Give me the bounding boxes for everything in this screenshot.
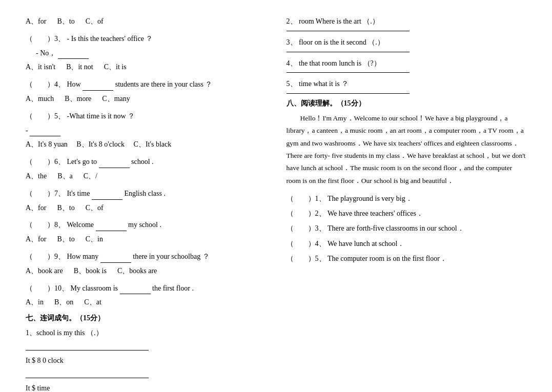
q9-opt-a: A、book are <box>26 267 63 275</box>
left-column: A、for B、to C、of （ ）3、 - Is this the teac… <box>26 15 266 392</box>
q8-options: A、for B、to C、in <box>26 233 266 245</box>
q2-options-line: A、for B、to C、of <box>26 15 266 28</box>
q3-text: - Is this the teachers' office ？ <box>67 35 153 43</box>
q5-opt-c: C、It's black <box>134 140 172 148</box>
r-q5-block: 5、 time what it is ？ <box>287 78 527 94</box>
q6-question: （ ）6、 Let's go to school . <box>26 156 266 168</box>
q3-opt-c: C、it is <box>104 63 127 71</box>
q2-opt-c: C、of <box>86 17 104 25</box>
q3-opt-a: A、it isn't <box>26 63 55 71</box>
q9-opt-c: C、books are <box>117 267 157 275</box>
q4-opt-c: C、many <box>102 95 130 102</box>
r-q4-line <box>287 72 410 73</box>
q4-num: （ ）4、 <box>26 80 65 88</box>
q6-text: Let's go to <box>67 158 97 166</box>
q9-question: （ ）9、 How many there in your schoolbag ？ <box>26 251 266 263</box>
section7-title: 七、连词成句。（15分） <box>26 314 266 323</box>
q5-opt-a: A、It's 8 yuan <box>26 140 68 148</box>
q8-opt-b: B、to <box>57 235 74 243</box>
q4-block: （ ）4、 How students are there in your cla… <box>26 78 266 105</box>
section8-block: 八、阅读理解。（15分） Hello！I'm Amy．Welcome to ou… <box>287 99 527 265</box>
q7-opt-c: C、of <box>86 204 104 212</box>
section8-title: 八、阅读理解。（15分） <box>287 99 527 108</box>
q4-rest: students are there in your class ？ <box>115 80 213 88</box>
r-q3-block: 3、 floor on is the it second （.） <box>287 36 527 52</box>
r-q5-num: 5、 <box>287 80 297 88</box>
q9-num: （ ）9、 <box>26 253 65 260</box>
r-q5-text: 5、 time what it is ？ <box>287 78 527 90</box>
q6-opt-b: B、a <box>57 172 73 180</box>
q8-blank <box>96 231 127 231</box>
q2-opt-a: A、for <box>26 17 46 25</box>
tf-q4: （ ）4、 We have lunch at school． <box>287 237 527 250</box>
tf-q2-num: （ ）2、 <box>287 210 326 217</box>
q7-opt-b: B、to <box>57 204 74 212</box>
q7-rest: English class . <box>124 190 166 197</box>
q8-question: （ ）8、 Welcome my school . <box>26 219 266 231</box>
q6-options: A、the B、a C、/ <box>26 170 266 182</box>
q6-blank <box>99 168 130 168</box>
s7-q1-answer <box>26 342 149 350</box>
q10-rest: the first floor . <box>152 284 194 292</box>
r-q5-line <box>287 93 410 94</box>
q9-block: （ ）9、 How many there in your schoolbag ？… <box>26 251 266 277</box>
q4-opt-b: B、more <box>65 95 91 102</box>
r-q4-num: 4、 <box>287 59 297 67</box>
q8-rest: my school . <box>128 221 161 229</box>
q10-blank <box>120 294 151 294</box>
q6-opt-a: A、the <box>26 172 47 180</box>
r-q2-num: 2、 <box>287 17 297 25</box>
right-column: 2、 room Where is the art （.） 3、 floor on… <box>287 15 527 392</box>
q4-options: A、much B、more C、many <box>26 93 266 105</box>
q4-opt-a: A、much <box>26 95 54 102</box>
q5-sub: - <box>26 125 266 137</box>
tf-q1-num: （ ）1、 <box>287 195 326 202</box>
q10-block: （ ）10、 My classroom is the first floor .… <box>26 282 266 309</box>
q8-block: （ ）8、 Welcome my school . A、for B、to C、i… <box>26 219 266 245</box>
s7-q2: It $ 8 0 clock <box>26 355 266 367</box>
r-q2-line <box>287 31 410 31</box>
q5-options: A、It's 8 yuan B、It's 8 o'clock C、It's bl… <box>26 138 266 151</box>
q7-text: It's time <box>67 190 90 197</box>
r-q4-text: 4、 the that room lunch is （?） <box>287 57 527 70</box>
q6-rest: school . <box>131 158 154 166</box>
r-q2-block: 2、 room Where is the art （.） <box>287 15 527 31</box>
q5-num: （ ）5、 <box>26 112 65 120</box>
q8-opt-a: A、for <box>26 235 46 243</box>
r-q5-content: time what it is ？ <box>299 80 349 88</box>
q4-text: How <box>67 80 81 88</box>
r-q2-text: 2、 room Where is the art （.） <box>287 15 527 28</box>
q3-question: （ ）3、 - Is this the teachers' office ？ <box>26 33 266 45</box>
tf-q3: （ ）3、 There are forth-five classrooms in… <box>287 222 527 235</box>
q6-block: （ ）6、 Let's go to school . A、the B、a C、/ <box>26 156 266 182</box>
tf-q4-num: （ ）4、 <box>287 240 326 247</box>
q10-options: A、in B、on C、at <box>26 296 266 308</box>
tf-q5: （ ）5、 The computer room is on the first … <box>287 252 527 265</box>
q7-options: A、for B、to C、of <box>26 202 266 214</box>
q10-opt-b: B、on <box>54 298 73 306</box>
reading-paragraph: Hello！I'm Amy．Welcome to our school！We h… <box>287 112 527 187</box>
tf-q5-num: （ ）5、 <box>287 255 326 262</box>
q7-blank <box>92 199 122 200</box>
q8-num: （ ）8、 <box>26 221 65 229</box>
q3-num: （ ）3、 <box>26 35 65 43</box>
s7-q2-answer <box>26 370 149 378</box>
q3-block: （ ）3、 - Is this the teachers' office ？ -… <box>26 33 266 73</box>
q10-question: （ ）10、 My classroom is the first floor . <box>26 282 266 295</box>
q10-num: （ ）10、 <box>26 284 69 292</box>
q5-sub-dash: - <box>26 127 28 134</box>
q7-num: （ ）7、 <box>26 190 65 197</box>
q8-opt-c: C、in <box>86 235 103 243</box>
q9-rest: there in your schoolbag ？ <box>133 253 209 260</box>
tf-q3-text: There are forth-five classrooms in our s… <box>328 224 464 232</box>
q9-options: A、book are B、book is C、books are <box>26 265 266 277</box>
q10-text: My classroom is <box>71 284 118 292</box>
q7-block: （ ）7、 It's time English class . A、for B、… <box>26 188 266 214</box>
section7-block: 七、连词成句。（15分） 1、school is my this （.） It … <box>26 314 266 392</box>
tf-q2: （ ）2、 We have three teachers' offices． <box>287 207 527 220</box>
q7-opt-a: A、for <box>26 204 46 212</box>
q3-opt-b: B、it not <box>66 63 93 71</box>
q3-sub: - No， <box>26 47 266 59</box>
r-q3-num: 3、 <box>287 38 297 46</box>
q5-blank <box>30 136 60 136</box>
